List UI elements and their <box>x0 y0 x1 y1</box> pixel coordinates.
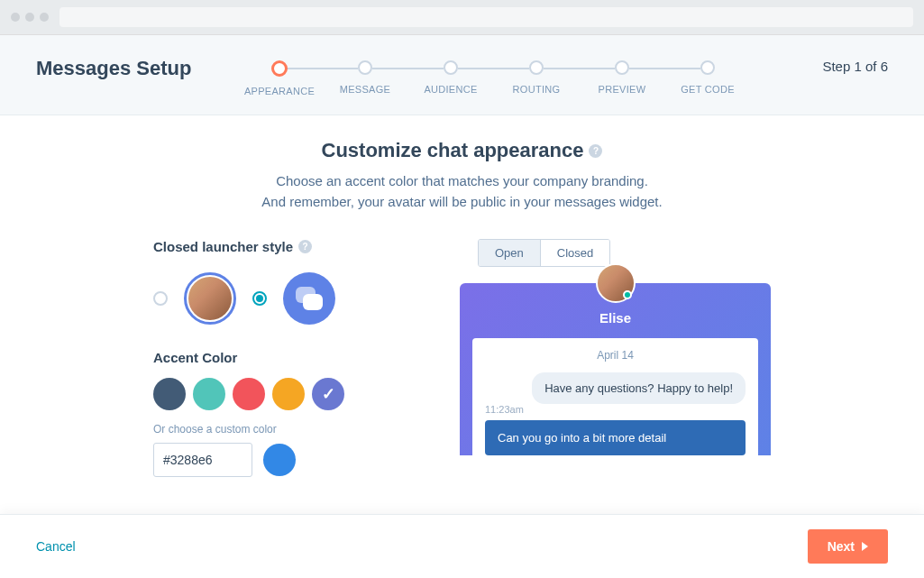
section-subtitle: Choose an accent color that matches your… <box>54 171 870 212</box>
swatch[interactable] <box>193 378 225 410</box>
toggle-closed-button[interactable]: Closed <box>540 240 609 266</box>
cancel-link[interactable]: Cancel <box>36 539 76 554</box>
browser-chrome <box>0 0 924 35</box>
chat-preview-widget: Elise April 14 Have any questions? Happy… <box>460 283 771 455</box>
step-label: PREVIEW <box>599 84 646 95</box>
online-status-icon <box>623 290 632 299</box>
agent-avatar <box>596 263 636 303</box>
page-header: Messages Setup APPEARANCE MESSAGE AUDIEN… <box>0 35 924 115</box>
preview-column: Open Closed Elise April 14 Have any ques… <box>460 239 771 477</box>
outgoing-message: Can you go into a bit more detail <box>485 420 746 455</box>
section-title: Customize chat appearance ? <box>322 139 603 162</box>
avatar-image <box>188 277 232 320</box>
step-connector <box>372 68 444 69</box>
launcher-radio-avatar[interactable] <box>153 291 168 306</box>
traffic-light-close[interactable] <box>11 13 20 22</box>
step-connector <box>544 68 616 69</box>
step-message[interactable]: MESSAGE <box>323 60 408 95</box>
step-label: GET CODE <box>681 84 735 95</box>
chat-bubbles-icon <box>296 287 323 310</box>
preview-avatar-container <box>596 263 636 303</box>
launcher-chat-icon-option[interactable] <box>283 272 335 325</box>
window-controls <box>11 13 49 22</box>
custom-color-label: Or choose a custom color <box>153 423 424 436</box>
step-appearance[interactable]: APPEARANCE <box>237 60 323 96</box>
main-content: Customize chat appearance ? Choose an ac… <box>0 115 924 512</box>
traffic-light-zoom[interactable] <box>40 13 49 22</box>
step-circle-icon <box>271 60 288 77</box>
subtitle-line: And remember, your avatar will be public… <box>54 192 870 213</box>
swatch[interactable] <box>233 378 265 410</box>
custom-color-row <box>153 443 424 477</box>
step-circle-icon <box>700 60 715 75</box>
step-preview[interactable]: PREVIEW <box>580 60 665 95</box>
step-routing[interactable]: ROUTING <box>494 60 580 95</box>
hex-input[interactable] <box>153 443 252 477</box>
chat-date: April 14 <box>485 349 746 362</box>
next-button[interactable]: Next <box>808 529 888 564</box>
chat-body: April 14 Have any questions? Happy to he… <box>472 338 758 455</box>
settings-column: Closed launcher style ? Accent Color <box>153 239 424 477</box>
help-icon[interactable]: ? <box>298 240 312 253</box>
toggle-open-button[interactable]: Open <box>479 240 540 266</box>
step-connector <box>458 68 530 69</box>
launcher-radio-icon[interactable] <box>252 291 267 306</box>
help-icon[interactable]: ? <box>589 144 602 158</box>
launcher-style-label: Closed launcher style ? <box>153 239 424 254</box>
step-audience[interactable]: AUDIENCE <box>408 60 494 95</box>
traffic-light-minimize[interactable] <box>25 13 34 22</box>
address-bar[interactable] <box>59 7 913 27</box>
page-title: Messages Setup <box>36 57 234 80</box>
swatch[interactable] <box>153 378 186 410</box>
launcher-avatar-option[interactable] <box>184 272 236 325</box>
section-title-text: Customize chat appearance <box>322 139 584 162</box>
step-circle-icon <box>615 60 629 75</box>
swatch-selected[interactable] <box>312 378 344 410</box>
launcher-options <box>153 272 424 325</box>
preview-toggle: Open Closed <box>478 239 610 267</box>
step-circle-icon <box>529 60 544 75</box>
step-label: APPEARANCE <box>244 86 315 96</box>
swatch[interactable] <box>272 378 305 410</box>
step-counter: Step 1 of 6 <box>753 57 888 74</box>
step-label: ROUTING <box>513 84 561 95</box>
step-circle-icon <box>444 60 458 75</box>
incoming-message: Have any questions? Happy to help! <box>532 372 746 404</box>
wizard-footer: Cancel Next <box>0 514 924 578</box>
message-timestamp: 11:23am <box>485 404 746 415</box>
step-connector <box>629 68 701 69</box>
step-label: MESSAGE <box>340 84 391 95</box>
accent-color-label: Accent Color <box>153 350 424 365</box>
custom-color-preview[interactable] <box>263 444 296 476</box>
setup-stepper: APPEARANCE MESSAGE AUDIENCE ROUTING PREV… <box>234 57 753 96</box>
step-get-code[interactable]: GET CODE <box>665 60 751 95</box>
step-connector <box>287 68 359 69</box>
step-circle-icon <box>358 60 372 75</box>
subtitle-line: Choose an accent color that matches your… <box>54 171 870 192</box>
accent-swatches <box>153 378 424 410</box>
step-label: AUDIENCE <box>424 84 477 95</box>
